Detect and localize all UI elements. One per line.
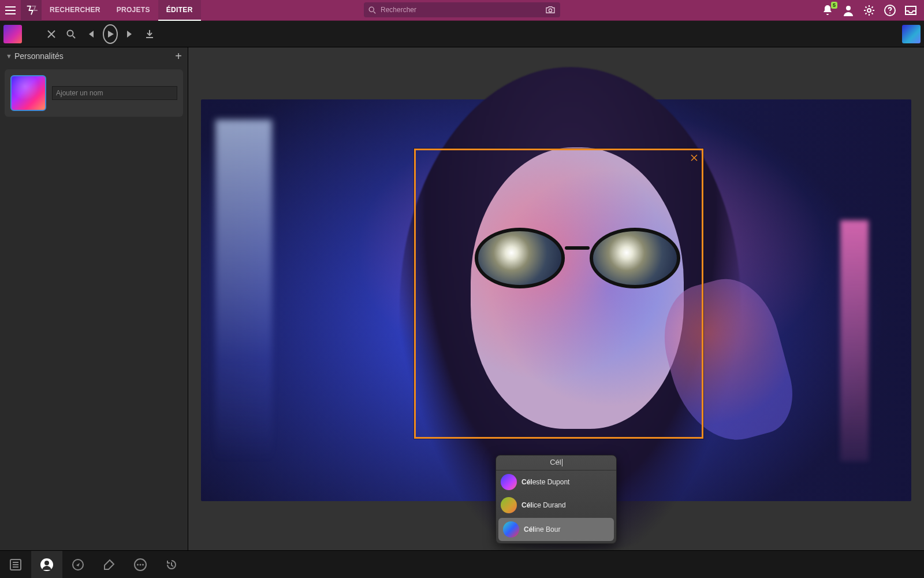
panel-navigate[interactable] <box>62 551 94 579</box>
panel-metadata[interactable] <box>0 551 31 579</box>
face-detection-box[interactable] <box>414 149 703 439</box>
gear-icon <box>863 5 875 16</box>
name-autocomplete-popover: Cél Céleste Dupont Célice Durand Céline … <box>495 455 617 544</box>
notifications-button[interactable]: 5 <box>821 4 834 17</box>
bottom-toolbar <box>0 550 924 578</box>
skip-prev-icon <box>86 29 95 39</box>
visual-search-button[interactable] <box>545 6 556 14</box>
autocomplete-query: Cél <box>550 458 561 466</box>
tag-edit-icon <box>103 558 116 571</box>
panel-people[interactable] <box>31 551 62 579</box>
image-viewer: Cél Céleste Dupont Célice Durand Céline … <box>188 47 924 550</box>
next-button[interactable] <box>122 27 137 42</box>
top-nav: RECHERCHER PROJETS ÉDITER 5 <box>0 0 924 21</box>
avatar <box>503 521 519 538</box>
svg-point-2 <box>846 6 851 10</box>
camera-icon <box>545 6 556 14</box>
panel-history[interactable] <box>156 551 187 579</box>
play-button[interactable] <box>103 27 118 42</box>
panel-annotate[interactable] <box>94 551 125 579</box>
panel-more[interactable] <box>125 551 156 579</box>
asset-thumbnail-left[interactable] <box>3 25 22 43</box>
svg-point-0 <box>369 7 374 12</box>
svg-point-13 <box>140 564 141 565</box>
skip-next-icon <box>125 29 135 39</box>
autocomplete-input[interactable]: Cél <box>496 455 616 470</box>
tab-projets[interactable]: PROJETS <box>109 0 158 21</box>
suggestion-text: Céleste Dupont <box>521 478 569 486</box>
close-button[interactable] <box>44 27 59 42</box>
svg-point-12 <box>137 564 139 565</box>
add-personality-button[interactable]: + <box>175 50 182 63</box>
menu-button[interactable] <box>0 0 21 21</box>
autocomplete-item[interactable]: Céleste Dupont <box>496 470 616 494</box>
face-box-close[interactable] <box>689 153 699 163</box>
compass-icon <box>72 558 84 571</box>
account-button[interactable] <box>842 4 855 17</box>
help-icon <box>884 5 896 16</box>
list-icon <box>9 558 22 571</box>
edit-toolbar <box>0 21 924 47</box>
personality-card <box>5 69 183 117</box>
photo-decor <box>215 120 272 461</box>
personality-name-input[interactable] <box>52 86 177 100</box>
settings-button[interactable] <box>863 4 875 17</box>
autocomplete-item-selected[interactable]: Céline Bour <box>498 518 614 541</box>
tray-icon <box>905 6 916 15</box>
section-personalities-header[interactable]: ▼ Personnalités + <box>0 47 188 65</box>
history-icon <box>165 558 178 571</box>
inbox-button[interactable] <box>904 4 917 17</box>
left-sidebar: ▼ Personnalités + <box>0 47 188 550</box>
svg-point-5 <box>889 13 891 14</box>
search-input[interactable] <box>379 5 545 14</box>
zoom-button[interactable] <box>64 27 79 42</box>
global-search <box>364 2 560 17</box>
avatar <box>501 497 517 513</box>
close-icon <box>691 154 698 161</box>
more-icon <box>134 558 147 571</box>
personality-thumb[interactable] <box>10 75 46 111</box>
chevron-down-icon: ▼ <box>6 53 12 60</box>
avatar <box>501 474 517 490</box>
suggestion-text: Céline Bour <box>524 525 560 533</box>
topbar-right-actions: 5 <box>821 4 924 17</box>
svg-point-9 <box>44 561 49 565</box>
hamburger-icon <box>5 6 16 14</box>
download-icon <box>145 29 154 39</box>
section-title: Personnalités <box>14 51 64 61</box>
search-box[interactable] <box>364 2 560 17</box>
svg-point-6 <box>68 30 73 36</box>
asset-thumbnail-right[interactable] <box>902 25 921 43</box>
logo-icon <box>25 4 38 17</box>
app-logo[interactable] <box>21 0 42 21</box>
image-canvas[interactable] <box>201 99 911 501</box>
tab-rechercher[interactable]: RECHERCHER <box>42 0 109 21</box>
search-icon <box>368 6 376 14</box>
tab-editer[interactable]: ÉDITER <box>158 0 201 21</box>
prev-button[interactable] <box>83 27 98 42</box>
svg-point-1 <box>549 9 552 12</box>
svg-point-3 <box>867 9 871 12</box>
play-icon <box>106 30 114 38</box>
photo-decor <box>840 220 869 461</box>
person-circle-icon <box>40 558 54 572</box>
close-icon <box>47 29 56 39</box>
autocomplete-item[interactable]: Célice Durand <box>496 494 616 517</box>
help-button[interactable] <box>884 4 896 17</box>
svg-point-14 <box>142 564 144 565</box>
notification-badge: 5 <box>831 2 837 9</box>
nav-tabs: RECHERCHER PROJETS ÉDITER <box>42 0 201 21</box>
suggestion-text: Célice Durand <box>521 501 566 509</box>
user-icon <box>843 5 854 16</box>
download-button[interactable] <box>142 27 157 42</box>
magnifier-icon <box>66 29 76 39</box>
